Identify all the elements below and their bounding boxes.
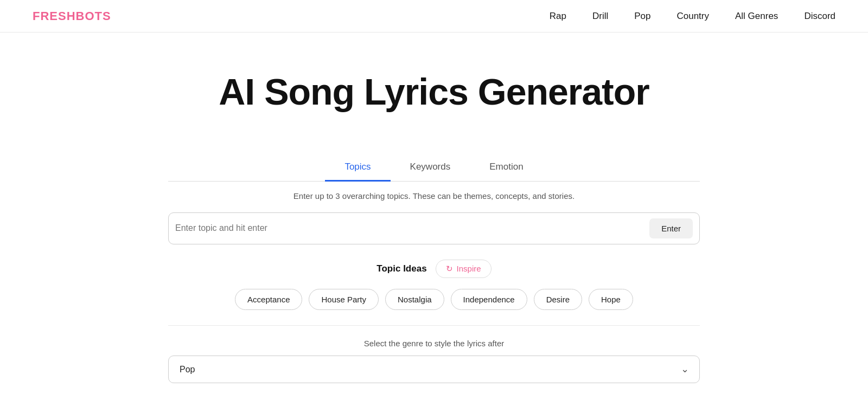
chip-house-party[interactable]: House Party	[309, 289, 379, 310]
tabs-row: Topics Keywords Emotion	[168, 156, 700, 182]
page-title: AI Song Lyrics Generator	[219, 70, 649, 113]
nav-item-pop[interactable]: Pop	[634, 11, 650, 22]
nav-item-discord[interactable]: Discord	[804, 11, 835, 22]
chip-hope[interactable]: Hope	[589, 289, 633, 310]
enter-button[interactable]: Enter	[649, 218, 693, 238]
inspire-label: Inspire	[457, 264, 481, 273]
nav-item-drill[interactable]: Drill	[592, 11, 608, 22]
topic-input-row: Enter	[168, 212, 700, 244]
topic-chips: Acceptance House Party Nostalgia Indepen…	[235, 289, 633, 310]
header: FRESHBOTS Rap Drill Pop Country All Genr…	[0, 0, 868, 33]
tab-description: Enter up to 3 overarching topics. These …	[168, 191, 700, 201]
inspire-button[interactable]: ↻ Inspire	[436, 260, 492, 278]
nav-item-country[interactable]: Country	[676, 11, 709, 22]
genre-select[interactable]: Pop Rap Drill Country R&B Rock Jazz Elec…	[168, 356, 700, 383]
chip-nostalgia[interactable]: Nostalgia	[385, 289, 444, 310]
tab-keywords[interactable]: Keywords	[391, 156, 470, 182]
topic-ideas-label: Topic Ideas	[376, 263, 426, 274]
nav-item-rap[interactable]: Rap	[550, 11, 566, 22]
nav-item-all-genres[interactable]: All Genres	[735, 11, 778, 22]
genre-section: Select the genre to style the lyrics aft…	[168, 325, 700, 383]
topic-ideas-header: Topic Ideas ↻ Inspire	[376, 260, 491, 278]
topic-ideas-section: Topic Ideas ↻ Inspire Acceptance House P…	[168, 260, 700, 310]
nav: Rap Drill Pop Country All Genres Discord	[550, 11, 835, 22]
chip-desire[interactable]: Desire	[534, 289, 582, 310]
chip-acceptance[interactable]: Acceptance	[235, 289, 302, 310]
logo[interactable]: FRESHBOTS	[33, 9, 111, 23]
tab-topics[interactable]: Topics	[325, 156, 390, 182]
main-content: AI Song Lyrics Generator Topics Keywords…	[0, 33, 868, 383]
tabs-container: Topics Keywords Emotion Enter up to 3 ov…	[168, 156, 700, 383]
topic-input[interactable]	[175, 223, 649, 233]
tab-emotion[interactable]: Emotion	[470, 156, 542, 182]
genre-description: Select the genre to style the lyrics aft…	[168, 339, 700, 348]
chip-independence[interactable]: Independence	[451, 289, 527, 310]
refresh-icon: ↻	[446, 264, 453, 274]
genre-select-wrapper: Pop Rap Drill Country R&B Rock Jazz Elec…	[168, 356, 700, 383]
